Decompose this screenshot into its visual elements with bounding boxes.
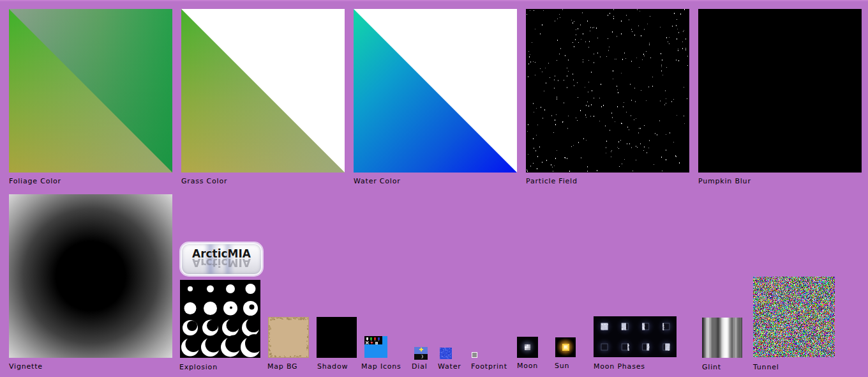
arcticmia-logo-reflection: ArcticMIA — [182, 256, 261, 269]
texture-label-tunnel: Tunnel — [753, 363, 779, 371]
texture-tunnel[interactable] — [753, 277, 835, 357]
moon-canvas — [517, 337, 538, 358]
texture-dial[interactable] — [414, 347, 428, 360]
water-triangle — [354, 9, 517, 173]
texture-water-color[interactable] — [354, 9, 517, 173]
texture-label-water-color: Water Color — [354, 177, 401, 185]
explosion-sprite-canvas — [180, 280, 260, 358]
top-edge-strip — [0, 0, 868, 1]
glint-canvas — [702, 318, 742, 358]
texture-label-water: Water — [438, 362, 461, 371]
texture-particle-field[interactable] — [526, 9, 689, 173]
texture-moon-phases[interactable] — [594, 316, 677, 357]
texture-footprint[interactable] — [472, 352, 477, 358]
texture-label-moon-phases: Moon Phases — [594, 362, 645, 371]
texture-pumpkin-blur[interactable] — [698, 9, 862, 173]
texture-map-icons[interactable] — [364, 336, 387, 358]
texture-label-explosion: Explosion — [179, 363, 218, 371]
texture-label-sun: Sun — [555, 362, 569, 370]
texture-map-bg[interactable] — [268, 317, 309, 358]
texture-label-shadow: Shadow — [317, 362, 348, 371]
map-icons-canvas — [364, 336, 387, 358]
grass-triangle — [181, 9, 345, 173]
texture-label-map-icons: Map Icons — [361, 362, 401, 371]
texture-label-footprint: Footprint — [471, 362, 507, 371]
texture-label-particle-field: Particle Field — [526, 177, 578, 185]
arcticmia-logo-texture[interactable]: ArcticMIA ArcticMIA — [181, 243, 262, 275]
texture-glint[interactable] — [702, 318, 742, 358]
texture-label-map-bg: Map BG — [267, 362, 297, 371]
texture-label-vignette: Vignette — [9, 362, 43, 371]
texture-gallery-page: { "page": { "background_color": "#b973c9… — [0, 0, 868, 377]
texture-explosion[interactable] — [180, 280, 260, 358]
texture-label-grass-color: Grass Color — [181, 177, 227, 185]
texture-vignette[interactable] — [9, 194, 172, 358]
texture-label-dial: Dial — [412, 362, 428, 371]
water-noise-canvas — [440, 348, 452, 359]
texture-sun[interactable] — [555, 337, 576, 357]
texture-water[interactable] — [440, 348, 452, 359]
texture-foliage-color[interactable] — [9, 9, 172, 173]
texture-label-glint: Glint — [702, 363, 721, 371]
texture-moon[interactable] — [517, 337, 538, 358]
texture-label-foliage-color: Foliage Color — [9, 177, 61, 185]
texture-grass-color[interactable] — [181, 9, 345, 173]
texture-label-moon: Moon — [517, 362, 538, 370]
particle-field-canvas — [526, 9, 689, 173]
sun-canvas — [555, 337, 576, 357]
tunnel-noise-canvas — [753, 277, 835, 357]
map-bg-canvas — [268, 317, 309, 358]
texture-shadow[interactable] — [317, 317, 357, 358]
moon-phases-canvas — [594, 316, 677, 357]
texture-label-pumpkin-blur: Pumpkin Blur — [698, 177, 751, 185]
dial-canvas — [414, 347, 428, 360]
